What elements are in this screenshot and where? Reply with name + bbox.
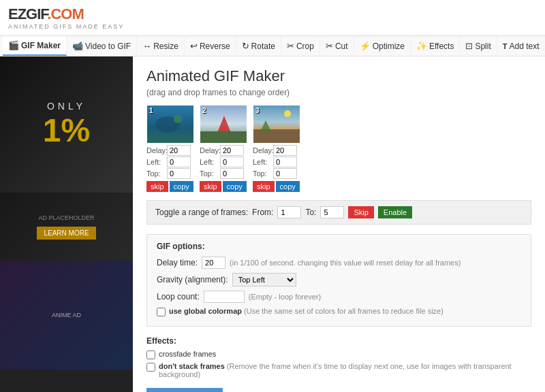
dont-stack-checkbox[interactable] [146,363,155,372]
loop-note: (Empty - loop forever) [249,293,321,301]
toggle-enable-button[interactable]: Enable [378,206,412,218]
nav-split[interactable]: ⊡ Split [460,37,497,55]
toggle-to-input[interactable] [320,206,344,218]
nav-resize[interactable]: ↔ Resize [137,37,185,55]
colormap-row: use global colormap (Use the same set of… [157,307,521,316]
nav-crop-label: Crop [296,42,314,51]
frame-3-left-input[interactable] [273,157,297,167]
nav-split-label: Split [475,42,490,51]
page-subtitle: (drag and drop frames to change order) [146,88,531,97]
delay-input[interactable] [202,257,225,269]
frame-2-top-input[interactable] [220,168,244,179]
frame-1-num: 1 [149,107,153,114]
frame-3-left-label: Left: [253,158,272,166]
to-label: To: [305,208,316,217]
frame-1-delay-input[interactable] [167,145,191,156]
nav-effects-label: Effects [429,42,454,51]
sidebar-ad-3-text: ANIME AD [52,312,81,318]
colormap-checkbox[interactable] [157,308,166,316]
frame-3-skip-button[interactable]: skip [253,181,275,192]
rotate-icon: ↻ [242,41,249,51]
nav-video-label: Video to GIF [85,42,131,51]
loop-label: Loop count: [157,292,200,301]
nav-rotate[interactable]: ↻ Rotate [236,37,281,55]
frame-1-top-input[interactable] [167,168,191,179]
nav-cut[interactable]: ✂ Cut [320,37,354,55]
nav-optimize[interactable]: ⚡ Optimize [354,37,411,55]
frame-2-left-input[interactable] [220,157,244,167]
nav-video-to-gif[interactable]: 📹 Video to GIF [67,37,137,55]
nav-gif-maker-label: GIF Maker [21,41,61,50]
delay-row: Delay time: (in 1/100 of second. changin… [157,257,521,269]
frame-1-top-label: Top: [146,169,166,178]
toggle-from-input[interactable] [277,206,301,218]
video-icon: 📹 [72,41,83,51]
body-layout: ONLY 1% AD PLACEHOLDER LEARN MORE ANIME … [0,56,545,392]
sidebar: ONLY 1% AD PLACEHOLDER LEARN MORE ANIME … [0,56,133,392]
toggle-skip-button[interactable]: Skip [348,206,373,218]
from-label: From: [252,208,273,217]
dont-stack-row: don't stack frames (Remove the frame whe… [146,362,531,378]
frame-1-copy-button[interactable]: copy [170,181,193,192]
frame-1-left-label: Left: [146,158,166,166]
frame-3-top-input[interactable] [273,168,297,179]
nav-effects[interactable]: ✨ Effects [411,37,460,55]
frame-2-delay-input[interactable] [220,145,244,156]
loop-input[interactable] [204,291,245,303]
frame-2-delay-label: Delay: [200,146,219,154]
loop-row: Loop count: (Empty - loop forever) [157,291,521,303]
dont-stack-label: don't stack frames (Remove the frame whe… [159,362,531,378]
gif-options-section: GIF options: Delay time: (in 1/100 of se… [146,234,531,327]
sidebar-ad-3: ANIME AD [0,261,133,370]
frame-1-controls: Delay: Left: Top: skip copy [146,145,194,192]
sidebar-ad-2-btn[interactable]: LEARN MORE [37,227,95,240]
frame-3-copy-button[interactable]: copy [276,181,300,192]
frame-2-controls: Delay: Left: Top: skip copy [200,145,247,192]
frame-2-top-label: Top: [200,169,219,178]
frame-1-skip-button[interactable]: skip [146,181,168,192]
nav-cut-label: Cut [335,42,348,51]
sidebar-ad-1-only: ONLY [43,101,90,112]
main-content: Animated GIF Maker (drag and drop frames… [133,56,545,392]
sidebar-ad-2: AD PLACEHOLDER LEARN MORE [0,193,133,261]
delay-note: (in 1/100 of second. changing this value… [230,259,461,267]
logo-text: EZGIF.COM [8,5,84,22]
sidebar-ad-1-percent: 1% [43,112,90,149]
nav-reverse[interactable]: ↩ Reverse [185,37,236,55]
frame-1-thumb[interactable]: 1 [147,105,193,143]
add-text-icon: T [503,42,508,50]
make-gif-button[interactable]: Make a GIF! [146,388,223,392]
gif-maker-icon: 🎬 [8,40,19,50]
nav-rotate-label: Rotate [251,42,275,51]
gif-options-title: GIF options: [157,242,521,251]
nav-resize-label: Resize [153,42,178,51]
gravity-label: Gravity (alignment): [157,275,228,284]
frame-3-delay-input[interactable] [273,145,297,156]
crossfade-checkbox[interactable] [146,350,155,359]
frame-2-thumb[interactable]: 2 [200,105,247,143]
nav-crop[interactable]: ✂ Crop [281,37,320,55]
crossfade-label: crossfade frames [159,350,216,358]
nav-gif-maker[interactable]: 🎬 GIF Maker [3,36,67,56]
frame-1-left-input[interactable] [167,157,191,167]
gravity-select[interactable]: Top Left Top Top Right Left Center Right… [232,273,296,287]
colormap-label: use global colormap (Use the same set of… [169,307,443,315]
logo: EZGIF.COM [8,5,537,23]
frame-3-top-label: Top: [253,169,272,178]
optimize-icon: ⚡ [360,41,371,51]
page-title: Animated GIF Maker [146,67,531,85]
frame-1: 1 Delay: Left: [146,105,194,192]
frame-2-copy-button[interactable]: copy [223,181,247,192]
toggle-range-bar: Toggle a range of frames: From: To: Skip… [146,200,531,225]
toggle-range-section: Toggle a range of frames: From: To: Skip… [146,200,531,225]
frame-3-controls: Delay: Left: Top: skip copy [253,145,300,192]
frame-2-skip-button[interactable]: skip [200,181,221,192]
logo-subtitle: ANIMATED GIFS MADE EASY [8,23,537,30]
frame-2: 2 Delay: Left: [200,105,247,192]
resize-icon: ↔ [142,41,151,51]
sidebar-ad-2-text: AD PLACEHOLDER [37,214,95,221]
sidebar-ad-1: ONLY 1% [0,56,133,193]
header: EZGIF.COM ANIMATED GIFS MADE EASY [0,0,545,36]
nav-add-text[interactable]: T Add text [497,37,545,55]
frame-3-thumb[interactable]: 3 [253,105,300,143]
